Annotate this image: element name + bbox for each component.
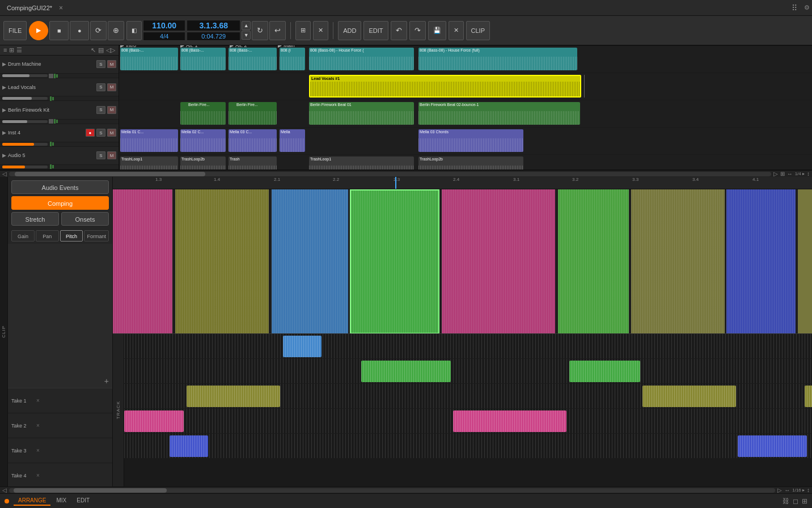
marker-button[interactable]: ✕ bbox=[313, 21, 328, 40]
scroll-left-bottom[interactable]: ◁ bbox=[2, 487, 7, 493]
tab-edit[interactable]: EDIT bbox=[72, 496, 94, 506]
take4-lane[interactable] bbox=[124, 409, 812, 434]
take3-clip-3[interactable] bbox=[805, 386, 812, 407]
inst4-clip-3[interactable]: Mella 03 C... bbox=[229, 129, 277, 152]
audio-events-button[interactable]: Audio Events bbox=[11, 180, 109, 194]
zoom-out[interactable]: ↕ bbox=[807, 171, 810, 177]
berlin-clip-4[interactable]: Berlin Firework Beat 02-bounce-1 bbox=[418, 102, 580, 125]
formant-button[interactable]: Formant bbox=[84, 230, 109, 242]
scroll-icon[interactable]: ◁▷ bbox=[106, 46, 115, 54]
berlin-clip-2[interactable]: Berlin Fire... bbox=[229, 102, 277, 125]
track-s-audio5[interactable]: S bbox=[96, 151, 105, 159]
grid-toggle[interactable]: ⊞ bbox=[780, 171, 785, 177]
locators-button[interactable]: ⊞ bbox=[295, 21, 311, 40]
play-button[interactable]: ▶ bbox=[29, 21, 48, 40]
zoom-vert-bottom[interactable]: ↕ bbox=[807, 487, 810, 493]
berlin-clip-1[interactable]: Berlin Fire... bbox=[180, 102, 226, 125]
scroll-left-top[interactable]: ◁ bbox=[2, 171, 7, 177]
delete-button[interactable]: ✕ bbox=[449, 21, 464, 40]
comp-main-clip-gold-1[interactable] bbox=[175, 189, 269, 334]
take3-clip-1[interactable] bbox=[187, 386, 280, 407]
take-close-2[interactable]: × bbox=[36, 422, 40, 429]
vocals-clip-1[interactable]: Lead Vocals #1 bbox=[309, 75, 581, 98]
edit-button[interactable]: EDIT bbox=[363, 21, 388, 40]
berlin-clip-3[interactable]: Berlin Firework Beat 01 bbox=[309, 102, 414, 125]
track-s-berlin[interactable]: S bbox=[96, 106, 105, 114]
drum-clip-5[interactable]: 808 (Bass-08) - House Force ( bbox=[309, 48, 414, 70]
drum-clip-6[interactable]: 808 (Bass-08) - House Force (full) bbox=[418, 48, 577, 70]
zoom-fit[interactable]: ↔ bbox=[787, 171, 793, 177]
cycle-button[interactable]: ⟳ bbox=[90, 21, 107, 40]
scroll-right-top[interactable]: ▷ bbox=[773, 171, 778, 177]
tab-arrange[interactable]: ARRANGE bbox=[14, 496, 50, 506]
track-m-inst4[interactable]: M bbox=[107, 129, 116, 137]
comp-main-clip-pink-1[interactable] bbox=[113, 189, 172, 334]
track-rec-inst4[interactable]: ● bbox=[86, 129, 95, 137]
stretch-button[interactable]: Stretch bbox=[11, 212, 59, 226]
take5-clip-1[interactable] bbox=[170, 435, 208, 457]
take5-lane[interactable] bbox=[124, 434, 812, 459]
track-s-drum[interactable]: S bbox=[96, 60, 105, 68]
bottom-icon-1[interactable]: ⛓ bbox=[783, 497, 789, 505]
scroll-right-bottom[interactable]: ▷ bbox=[777, 487, 782, 493]
zoom-right-btn[interactable]: ↔ bbox=[784, 487, 790, 493]
comp-main-clip-green-2[interactable] bbox=[558, 189, 629, 334]
inst4-clip-1[interactable]: Mella 01 C... bbox=[120, 129, 178, 152]
bottom-icon-3[interactable]: ⊞ bbox=[802, 497, 807, 505]
pitch-button[interactable]: Pitch bbox=[60, 230, 83, 242]
track-s-vocals[interactable]: S bbox=[96, 83, 105, 91]
scrollbar-track-top[interactable] bbox=[9, 172, 771, 176]
track-expand-drum[interactable]: ▶ bbox=[2, 61, 6, 67]
bounce-button[interactable]: ↩ bbox=[269, 21, 286, 40]
title-close[interactable]: × bbox=[59, 4, 63, 12]
audio5-clip-5[interactable]: TrashLoop2b bbox=[418, 156, 523, 170]
comp-main-clip-pink-2[interactable] bbox=[442, 189, 555, 334]
stop-button[interactable]: ■ bbox=[49, 21, 69, 40]
file-button[interactable]: FILE bbox=[3, 21, 27, 40]
audio5-clip-2[interactable]: TrashLoop2b bbox=[180, 156, 226, 170]
add-take-button[interactable]: + bbox=[104, 376, 109, 386]
record-button[interactable]: ● bbox=[70, 21, 89, 40]
take3-clip-2[interactable] bbox=[642, 386, 736, 407]
comp-main-clip-olive-2[interactable] bbox=[798, 189, 812, 334]
comp-main-lane[interactable] bbox=[113, 189, 812, 334]
comping-button[interactable]: Comping bbox=[11, 196, 109, 210]
drum-clip-1[interactable]: 808 (Bass-... bbox=[120, 48, 178, 70]
gain-button[interactable]: Gain bbox=[11, 230, 35, 242]
cursor-icon[interactable]: ↖ bbox=[91, 46, 96, 54]
drum-clip-3[interactable]: 808 (Bass-... bbox=[229, 48, 277, 70]
take2-clip-1[interactable] bbox=[361, 361, 451, 382]
inst4-clip-2[interactable]: Mella 02 C... bbox=[180, 129, 226, 152]
audio5-clip-3[interactable]: Trash bbox=[229, 156, 277, 170]
tab-mix[interactable]: MIX bbox=[52, 496, 71, 506]
drum-clip-2[interactable]: 808 (Bass-... bbox=[180, 48, 226, 70]
track-grid-icon[interactable]: ⊞ bbox=[9, 46, 14, 54]
comp-main-clip-green-1[interactable] bbox=[350, 189, 439, 334]
audio5-clip-4[interactable]: TrashLoop1 bbox=[309, 156, 414, 170]
inst4-clip-4[interactable]: Mella bbox=[280, 129, 305, 152]
inst4-clip-5[interactable]: Mella 03 Chords bbox=[418, 129, 523, 152]
comp-main-clip-blue-1[interactable] bbox=[272, 189, 348, 334]
take5-clip-2[interactable] bbox=[738, 435, 807, 457]
track-view-icon[interactable]: ▤ bbox=[98, 46, 104, 54]
track-panel-icon[interactable]: ≡ bbox=[3, 46, 7, 53]
take4-clip-2[interactable] bbox=[453, 410, 566, 432]
track-s-inst4[interactable]: S bbox=[96, 129, 105, 137]
onsets-button[interactable]: Onsets bbox=[61, 212, 109, 226]
take1-clip-1[interactable] bbox=[283, 336, 322, 357]
save-button[interactable]: 💾 bbox=[428, 21, 446, 40]
track-expand-vocals[interactable]: ▶ bbox=[2, 84, 6, 90]
audio5-clip-1[interactable]: TrashLoop1 bbox=[120, 156, 178, 170]
scrollbar-thumb-top[interactable] bbox=[15, 172, 205, 176]
punch-in-button[interactable]: ⊕ bbox=[108, 21, 124, 40]
scrollbar-thumb-bottom[interactable] bbox=[14, 488, 167, 493]
take3-lane[interactable] bbox=[124, 384, 812, 409]
take-close-3[interactable]: × bbox=[36, 447, 40, 454]
pan-button[interactable]: Pan bbox=[36, 230, 59, 242]
redo-button[interactable]: ↷ bbox=[409, 21, 426, 40]
clip-button[interactable]: CLIP bbox=[466, 21, 490, 40]
take-close-4[interactable]: × bbox=[36, 472, 40, 479]
track-m-audio5[interactable]: M bbox=[107, 151, 116, 159]
track-list-icon[interactable]: ☰ bbox=[16, 46, 22, 54]
bottom-icon-2[interactable]: ◻ bbox=[793, 497, 798, 505]
